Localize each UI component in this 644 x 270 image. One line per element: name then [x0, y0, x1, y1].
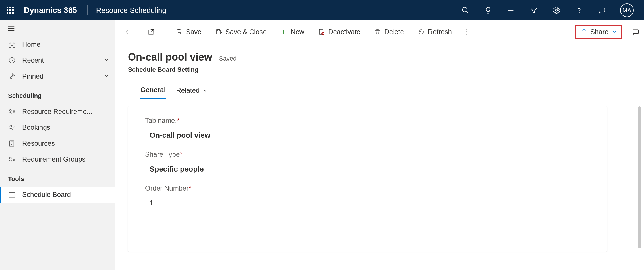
- main-content: Save Save & Close New Deactivate Delete: [115, 20, 644, 270]
- refresh-button[interactable]: Refresh: [417, 26, 453, 38]
- brand-name[interactable]: Dynamics 365: [24, 6, 77, 15]
- nav-bookings[interactable]: Bookings: [0, 119, 115, 135]
- new-button[interactable]: New: [279, 26, 305, 38]
- nav-schedule-board[interactable]: Schedule Board: [0, 187, 115, 203]
- form-body: Tab name.* On-call pool view Share Type*…: [115, 99, 644, 270]
- tab-label: General: [140, 86, 166, 94]
- nav-recent[interactable]: Recent: [0, 52, 115, 68]
- svg-rect-28: [633, 30, 639, 33]
- nav-pinned[interactable]: Pinned: [0, 68, 115, 84]
- lightbulb-icon[interactable]: [484, 6, 493, 15]
- nav-recent-label: Recent: [22, 56, 44, 64]
- field-label: Tab name.*: [145, 117, 590, 125]
- global-top-bar: Dynamics 365 Resource Scheduling MA: [0, 0, 644, 20]
- deactivate-button[interactable]: Deactivate: [317, 26, 361, 38]
- svg-rect-20: [178, 30, 180, 31]
- nav-home-label: Home: [22, 40, 40, 48]
- svg-point-4: [556, 9, 558, 11]
- avatar-initials: MA: [622, 7, 631, 14]
- save-close-button[interactable]: Save & Close: [214, 26, 268, 38]
- people-list-icon: [8, 155, 16, 163]
- save-button[interactable]: Save: [175, 26, 203, 38]
- nav-item-label: Requirement Groups: [22, 155, 86, 163]
- required-mark: *: [189, 184, 191, 192]
- svg-point-12: [10, 125, 12, 127]
- new-label: New: [291, 28, 304, 36]
- filter-icon[interactable]: [529, 6, 538, 15]
- share-label: Share: [590, 28, 608, 36]
- svg-point-0: [463, 7, 467, 12]
- back-button: [115, 20, 139, 43]
- nav-section-scheduling: Scheduling: [0, 84, 115, 104]
- nav-item-label: Bookings: [22, 123, 50, 131]
- nav-item-label: Resources: [22, 139, 55, 147]
- nav-home[interactable]: Home: [0, 36, 115, 52]
- tab-related[interactable]: Related: [176, 84, 208, 98]
- svg-point-5: [579, 12, 579, 13]
- command-bar: Save Save & Close New Deactivate Delete: [115, 20, 644, 43]
- svg-point-11: [9, 109, 11, 111]
- svg-point-14: [9, 157, 11, 159]
- required-mark: *: [180, 151, 182, 158]
- share-button[interactable]: Share: [575, 25, 622, 39]
- plus-icon[interactable]: [506, 6, 515, 15]
- field-tab-name[interactable]: Tab name.* On-call pool view: [145, 117, 590, 140]
- share-icon: [580, 28, 587, 35]
- record-title: On-call pool view: [128, 51, 212, 63]
- app-launcher-button[interactable]: [3, 3, 17, 17]
- assistant-panel-icon[interactable]: [597, 6, 606, 15]
- nav-pinned-label: Pinned: [22, 72, 44, 80]
- calendar-board-icon: [8, 191, 16, 199]
- person-check-icon: [8, 123, 16, 131]
- tab-label: Related: [176, 86, 200, 94]
- svg-rect-13: [9, 141, 14, 146]
- delete-button[interactable]: Delete: [373, 26, 405, 38]
- svg-rect-21: [178, 32, 180, 34]
- svg-line-27: [322, 33, 324, 34]
- tab-general[interactable]: General: [140, 83, 166, 99]
- record-header: On-call pool view - Saved Schedule Board…: [115, 43, 644, 99]
- deactivate-label: Deactivate: [328, 28, 360, 36]
- user-avatar[interactable]: MA: [620, 3, 634, 17]
- svg-rect-6: [599, 8, 605, 12]
- field-order-number[interactable]: Order Number* 1: [145, 184, 590, 207]
- form-tabs: General Related: [128, 83, 633, 99]
- assistant-side-panel-button[interactable]: [627, 20, 644, 43]
- field-label: Share Type*: [145, 151, 590, 158]
- chevron-down-icon: [202, 88, 208, 93]
- settings-gear-icon[interactable]: [552, 6, 561, 15]
- field-label: Order Number*: [145, 184, 590, 192]
- search-icon[interactable]: [461, 6, 470, 15]
- delete-label: Delete: [384, 28, 404, 36]
- top-utility-icons: MA: [461, 3, 634, 17]
- field-value[interactable]: Specific people: [145, 165, 590, 174]
- svg-rect-15: [9, 192, 15, 197]
- refresh-label: Refresh: [428, 28, 452, 36]
- field-share-type[interactable]: Share Type* Specific people: [145, 151, 590, 174]
- record-save-state: - Saved: [215, 55, 237, 62]
- more-commands-button[interactable]: ⋮: [463, 27, 471, 36]
- nav-requirement-groups[interactable]: Requirement Groups: [0, 151, 115, 167]
- field-value[interactable]: On-call pool view: [145, 131, 590, 140]
- svg-line-1: [467, 11, 469, 13]
- chevron-down-icon: [104, 56, 109, 64]
- svg-rect-22: [218, 30, 220, 31]
- nav-resources[interactable]: Resources: [0, 135, 115, 151]
- nav-item-label: Schedule Board: [22, 191, 71, 199]
- open-new-window-button[interactable]: [139, 20, 163, 43]
- help-icon[interactable]: [575, 6, 584, 15]
- save-close-label: Save & Close: [225, 28, 267, 36]
- top-separator: [87, 5, 88, 15]
- form-scrollbar[interactable]: [638, 106, 641, 248]
- form-section-general: Tab name.* On-call pool view Share Type*…: [128, 106, 607, 252]
- resources-icon: [8, 139, 16, 147]
- chevron-down-icon: [612, 29, 617, 34]
- field-value[interactable]: 1: [145, 199, 590, 207]
- home-icon: [8, 40, 16, 48]
- pin-icon: [8, 72, 16, 80]
- nav-collapse-button[interactable]: [0, 20, 115, 36]
- app-name[interactable]: Resource Scheduling: [96, 6, 166, 15]
- nav-resource-requirements[interactable]: Resource Requireme...: [0, 104, 115, 119]
- record-entity-name: Schedule Board Setting: [128, 66, 633, 73]
- chevron-down-icon: [104, 72, 109, 80]
